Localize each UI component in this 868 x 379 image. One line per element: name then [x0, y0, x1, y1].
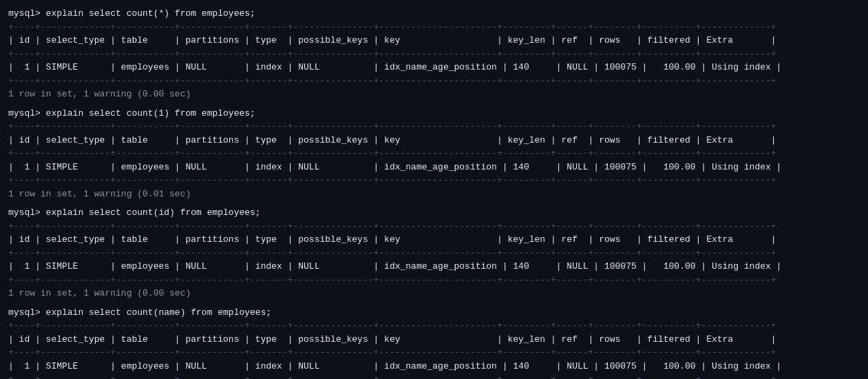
terminal-line: | 1 | SIMPLE | employees | NULL | index … — [8, 360, 860, 373]
terminal-line: +----+-------------+-----------+--------… — [8, 147, 860, 161]
terminal-line: +----+-------------+-----------+--------… — [8, 373, 860, 379]
terminal-block-2: mysql> explain select count(id) from emp… — [8, 206, 860, 300]
terminal-line: mysql> explain select count(name) from e… — [8, 306, 860, 320]
terminal-line: mysql> explain select count(1) from empl… — [8, 107, 860, 121]
terminal-block-3: mysql> explain select count(name) from e… — [8, 306, 860, 380]
result-line: 1 row in set, 1 warning (0.01 sec) — [8, 187, 860, 201]
terminal-line: | 1 | SIMPLE | employees | NULL | index … — [8, 260, 860, 274]
terminal-container: mysql> explain select count(*) from empl… — [8, 7, 860, 379]
terminal-line: mysql> explain select count(id) from emp… — [8, 206, 860, 220]
terminal-line: +----+-------------+-----------+--------… — [8, 220, 860, 234]
terminal-block-1: mysql> explain select count(1) from empl… — [8, 107, 860, 201]
terminal-block-0: mysql> explain select count(*) from empl… — [8, 7, 860, 101]
result-line: 1 row in set, 1 warning (0.00 sec) — [8, 287, 860, 300]
terminal-line: +----+-------------+-----------+--------… — [8, 120, 860, 134]
terminal-line: | 1 | SIMPLE | employees | NULL | index … — [8, 161, 860, 174]
terminal-line: mysql> explain select count(*) from empl… — [8, 7, 860, 21]
terminal-line: +----+-------------+-----------+--------… — [8, 74, 860, 88]
terminal-line: | id | select_type | table | partitions … — [8, 233, 860, 247]
terminal-line: | 1 | SIMPLE | employees | NULL | index … — [8, 61, 860, 74]
terminal-line: | id | select_type | table | partitions … — [8, 333, 860, 347]
terminal-line: | id | select_type | table | partitions … — [8, 34, 860, 48]
terminal-line: +----+-------------+-----------+--------… — [8, 274, 860, 287]
terminal-line: +----+-------------+-----------+--------… — [8, 319, 860, 333]
terminal-line: +----+-------------+-----------+--------… — [8, 346, 860, 360]
terminal-line: +----+-------------+-----------+--------… — [8, 21, 860, 34]
terminal-line: +----+-------------+-----------+--------… — [8, 48, 860, 61]
terminal-line: +----+-------------+-----------+--------… — [8, 174, 860, 187]
result-line: 1 row in set, 1 warning (0.00 sec) — [8, 88, 860, 101]
terminal-line: | id | select_type | table | partitions … — [8, 134, 860, 147]
terminal-line: +----+-------------+-----------+--------… — [8, 247, 860, 260]
